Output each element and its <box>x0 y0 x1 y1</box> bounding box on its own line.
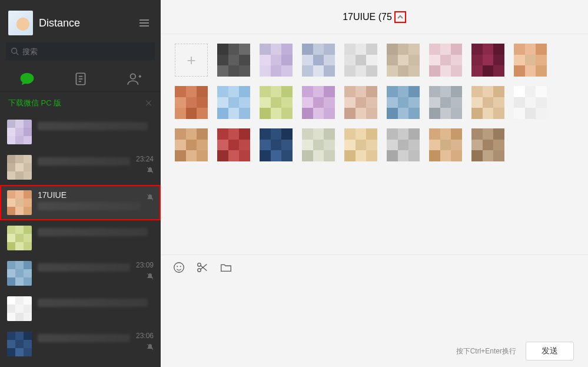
mute-icon <box>147 342 154 349</box>
mute-icon <box>147 193 154 200</box>
chat-item-time: 23:06 <box>136 332 154 340</box>
chat-item-title: 17UIUE <box>38 190 141 200</box>
members-panel: + <box>161 34 588 254</box>
chat-avatar <box>7 332 32 356</box>
chat-avatar <box>7 120 32 144</box>
chat-avatar <box>7 190 32 215</box>
chat-item-selected[interactable]: 17UIUE <box>0 185 161 220</box>
search-icon <box>11 47 19 55</box>
member-avatar[interactable] <box>429 128 462 161</box>
chat-header: 17UIUE (75 <box>161 0 588 34</box>
member-avatar[interactable] <box>471 128 504 161</box>
member-avatar[interactable] <box>217 44 250 77</box>
svg-line-1 <box>16 53 19 55</box>
member-avatar[interactable] <box>260 86 293 119</box>
chat-avatar <box>7 226 32 250</box>
compose-toolbar <box>161 254 588 282</box>
member-avatar[interactable] <box>302 86 335 119</box>
member-avatar[interactable] <box>344 128 377 161</box>
svg-point-17 <box>198 269 201 272</box>
svg-point-0 <box>12 48 17 54</box>
mute-icon <box>147 166 154 173</box>
member-avatar[interactable] <box>344 86 377 119</box>
search-input[interactable] <box>22 47 150 56</box>
member-avatar[interactable] <box>217 86 250 119</box>
compose-footer: 按下Ctrl+Enter换行 发送 <box>161 335 588 367</box>
chat-title: 17UIUE (75 <box>343 12 392 22</box>
message-input[interactable] <box>161 282 588 335</box>
profile-avatar[interactable] <box>8 11 33 35</box>
chat-item[interactable] <box>0 291 161 326</box>
chat-avatar <box>7 261 32 286</box>
download-banner: 下载微信 PC 版 <box>0 92 161 114</box>
chat-avatar <box>7 155 32 180</box>
menu-icon[interactable] <box>139 16 152 29</box>
chat-item-time: 23:24 <box>136 155 154 163</box>
chat-item[interactable] <box>0 220 161 256</box>
member-avatar[interactable] <box>217 128 250 161</box>
chat-item-preview <box>38 202 141 210</box>
svg-point-16 <box>198 263 201 267</box>
chat-item[interactable]: 23:24 <box>0 150 161 185</box>
svg-point-13 <box>174 263 184 273</box>
tab-reading[interactable] <box>54 66 107 91</box>
member-avatar[interactable] <box>344 44 377 77</box>
profile-name: Distance <box>39 17 80 29</box>
chat-item-preview <box>38 299 148 307</box>
scissors-icon <box>196 261 209 274</box>
file-button[interactable] <box>220 261 232 276</box>
nav-tabs <box>0 66 161 92</box>
member-avatar[interactable] <box>175 86 208 119</box>
send-button[interactable]: 发送 <box>526 342 574 361</box>
chat-item[interactable] <box>0 114 161 150</box>
chat-list: 23:2417UIUE23:0923:06 <box>0 114 161 367</box>
sidebar: Distance 下载微信 PC 版 <box>0 0 161 367</box>
close-icon[interactable] <box>145 100 152 107</box>
svg-point-6 <box>130 74 135 79</box>
chat-bubble-icon <box>19 71 35 87</box>
folder-icon <box>220 261 232 274</box>
mute-icon <box>147 272 154 279</box>
chat-item-time: 23:09 <box>136 261 154 269</box>
profile-header: Distance <box>0 0 161 42</box>
tab-contacts[interactable] <box>107 66 161 91</box>
document-icon <box>73 71 88 87</box>
download-banner-text[interactable]: 下载微信 PC 版 <box>8 98 61 108</box>
member-avatar[interactable] <box>514 86 547 119</box>
chat-item-preview <box>38 334 130 342</box>
member-avatar[interactable] <box>302 44 335 77</box>
chat-item[interactable]: 23:09 <box>0 256 161 291</box>
contacts-icon <box>127 71 142 87</box>
member-avatar[interactable] <box>387 128 420 161</box>
search-box[interactable] <box>6 42 155 60</box>
chat-item-preview <box>38 122 148 130</box>
chat-avatar <box>7 296 32 321</box>
send-hint: 按下Ctrl+Enter换行 <box>456 346 516 356</box>
member-avatar[interactable] <box>471 86 504 119</box>
chat-item-preview <box>38 157 130 166</box>
member-avatar[interactable] <box>387 44 420 77</box>
member-avatar[interactable] <box>471 44 504 77</box>
member-avatar[interactable] <box>302 128 335 161</box>
add-member-button[interactable]: + <box>175 44 208 77</box>
collapse-members-button[interactable] <box>394 11 406 23</box>
tab-chats[interactable] <box>0 66 54 91</box>
chat-item[interactable]: 23:06 <box>0 326 161 362</box>
chat-item-preview <box>38 228 148 236</box>
member-avatar[interactable] <box>387 86 420 119</box>
member-avatar[interactable] <box>514 44 547 77</box>
member-avatar[interactable] <box>175 128 208 161</box>
member-avatar[interactable] <box>260 128 293 161</box>
screenshot-button[interactable] <box>196 261 209 276</box>
member-avatar[interactable] <box>429 44 462 77</box>
svg-point-15 <box>180 266 181 267</box>
smile-icon <box>172 261 185 274</box>
svg-point-14 <box>177 266 178 267</box>
chat-item-preview <box>38 263 130 272</box>
chevron-up-icon <box>397 14 404 21</box>
member-avatar[interactable] <box>429 86 462 119</box>
emoji-button[interactable] <box>172 261 185 276</box>
member-avatar[interactable] <box>260 44 293 77</box>
main-panel: 17UIUE (75 + 按下Ctrl+Enter换行 发送 <box>161 0 588 367</box>
